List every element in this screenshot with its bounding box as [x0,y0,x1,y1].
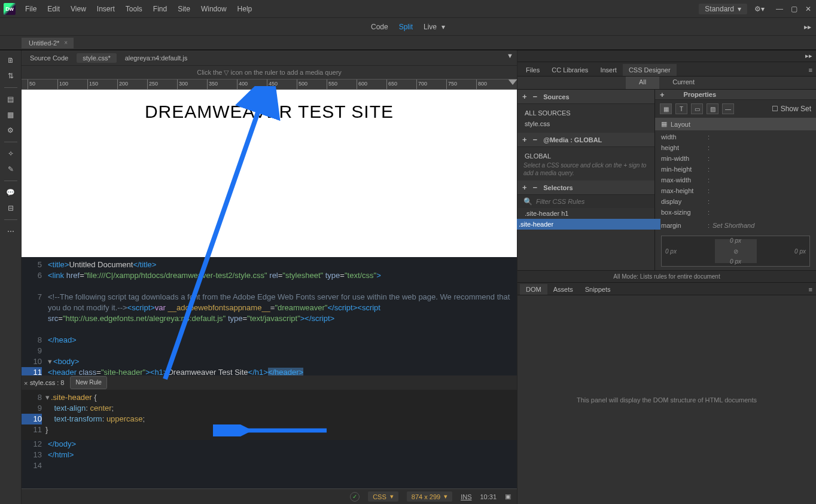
file-manage-icon[interactable]: 🗎 [4,54,17,67]
quick-edit-panel: × style.css : 8 New Rule 891011 ▾.site-h… [22,375,517,440]
panel-flyout-icon[interactable]: ▸▸ [804,23,811,31]
margin-shorthand[interactable]: Set Shorthand [713,222,810,229]
format-icon[interactable]: ✎ [4,163,17,176]
properties-header: + Properties [655,90,816,100]
view-code[interactable]: Code [371,23,388,31]
more-tools-icon[interactable]: ⋯ [4,225,17,238]
quick-edit-file: style.css : 8 [30,377,64,388]
properties-add-icon[interactable]: + [660,90,665,99]
code-lines[interactable]: <title>Untitled Document</title><link hr… [48,259,517,378]
preview-device-icon[interactable]: ▣ [505,493,511,500]
menu-help[interactable]: Help [233,2,257,16]
language-select[interactable]: CSS▾ [368,491,398,502]
menu-edit[interactable]: Edit [42,2,65,16]
selectors-remove-icon[interactable]: − [533,183,538,192]
sources-file[interactable]: style.css [523,118,648,129]
sources-all[interactable]: ALL SOURCES [523,108,648,118]
quick-edit-close-icon[interactable]: × [24,378,28,389]
maximize-button[interactable]: ▢ [790,5,798,13]
panel-collapse-bar[interactable]: ▸▸ [517,50,816,62]
source-code-tab[interactable]: Source Code [30,54,68,62]
more-icon[interactable]: — [722,103,734,114]
style-css-tab[interactable]: style.css* [77,53,116,63]
selectors-add-icon[interactable]: + [522,183,527,192]
scope-current[interactable]: Current [659,77,708,89]
ruler[interactable]: 5010015020025030035040045050055060065070… [22,79,517,90]
menu-tools[interactable]: Tools [121,2,147,16]
preview-heading: DREAMWEAVER TEST SITE [145,102,394,122]
quick-edit-header: style.css : 8 New Rule [22,375,517,390]
media-global[interactable]: GLOBAL [523,151,648,161]
view-mode-bar: Code Split Live ▾ ▸▸ [0,18,816,36]
code-editor[interactable]: 567891011 <title>Untitled Document</titl… [22,257,517,488]
chevron-down-icon: ▾ [444,493,447,500]
tab-files[interactable]: Files [520,64,546,76]
sources-add-icon[interactable]: + [522,92,527,101]
close-button[interactable]: ✕ [804,5,812,13]
tab-assets[interactable]: Assets [547,284,579,295]
menu-bar: File Edit View Insert Tools Find Site Wi… [20,2,257,16]
tab-insert[interactable]: Insert [594,64,623,76]
menu-file[interactable]: File [20,2,41,16]
font-js-tab[interactable]: alegreya:n4:default.js [125,54,188,62]
selector-item-1[interactable]: .site-header [511,219,660,230]
view-live[interactable]: Live [424,23,437,31]
layout-group-header[interactable]: ▦ Layout [655,118,816,130]
comment-icon[interactable]: 💬 [4,186,17,199]
tab-cc-libraries[interactable]: CC Libraries [546,64,594,76]
document-tab[interactable]: Untitled-2* × [22,38,74,48]
selector-item-0[interactable]: .site-header h1 [517,208,654,219]
sources-remove-icon[interactable]: − [533,92,538,101]
ruler-end-marker-icon[interactable] [508,79,517,85]
media-add-icon[interactable]: + [522,135,527,144]
background-icon[interactable]: ▨ [707,103,718,114]
filter-files-icon[interactable]: ▼ [507,52,513,59]
text-icon[interactable]: T [675,103,687,114]
inspect-icon[interactable]: ▦ [4,108,17,121]
media-remove-icon[interactable]: − [533,135,538,144]
tab-snippets[interactable]: Snippets [579,284,617,295]
menu-view[interactable]: View [66,2,91,16]
chevron-down-icon: ▾ [390,493,394,500]
selectors-filter[interactable]: 🔍 [517,195,654,208]
dom-panel-menu-icon[interactable]: ≡ [803,284,816,295]
settings-icon[interactable]: ⚙ [4,124,17,137]
quick-edit-lines[interactable]: ▾.site-header { text-align: center; text… [45,390,145,435]
size-select[interactable]: 874 x 299▾ [407,491,452,502]
workspace-label: Standard [705,5,734,13]
menu-window[interactable]: Window [196,2,232,16]
live-preview[interactable]: DREAMWEAVER TEST SITE [22,90,517,257]
view-split[interactable]: Split [399,23,413,31]
media-query-hint: Click the ▽ icon on the ruler to add a m… [22,66,517,79]
tab-css-designer[interactable]: CSS Designer [623,64,677,76]
workspace-switcher[interactable]: Standard▾ [699,4,747,14]
layout-icon[interactable]: ▦ [660,103,672,114]
collapse-icon[interactable]: ⊟ [4,201,17,215]
live-view-icon[interactable]: ▤ [4,93,17,106]
minimize-button[interactable]: — [775,5,784,13]
menu-find[interactable]: Find [148,2,172,16]
wand-icon[interactable]: ✧ [4,147,17,160]
property-category-icons: ▦ T ▭ ▨ — ☐Show Set [655,100,816,118]
insert-mode[interactable]: INS [461,493,471,500]
expand-icon[interactable]: ⇅ [4,69,17,83]
chevron-down-icon: ▾ [738,5,741,13]
menu-insert[interactable]: Insert [92,2,120,16]
show-set-toggle[interactable]: ☐Show Set [772,105,811,113]
new-rule-button[interactable]: New Rule [70,376,106,389]
filter-input[interactable] [536,198,648,205]
margin-visualizer[interactable]: 0 px 0 px 0 px 0 px ⊘ [661,236,810,267]
panel-menu-icon[interactable]: ≡ [803,64,816,76]
search-icon: 🔍 [523,197,532,206]
border-icon[interactable]: ▭ [691,103,703,114]
close-tab-icon[interactable]: × [64,39,68,46]
live-dropdown-icon[interactable]: ▾ [442,23,445,31]
sync-settings-icon[interactable]: ⚙▾ [754,5,765,13]
scope-all[interactable]: All [626,77,659,89]
selectors-header: + − Selectors [517,181,654,195]
no-errors-icon[interactable]: ✓ [350,492,360,502]
tab-dom[interactable]: DOM [520,284,547,295]
menu-site[interactable]: Site [173,2,195,16]
dom-panel-body: This panel will display the DOM structur… [517,295,816,504]
code-lines-after[interactable]: </body></html> [48,439,517,471]
